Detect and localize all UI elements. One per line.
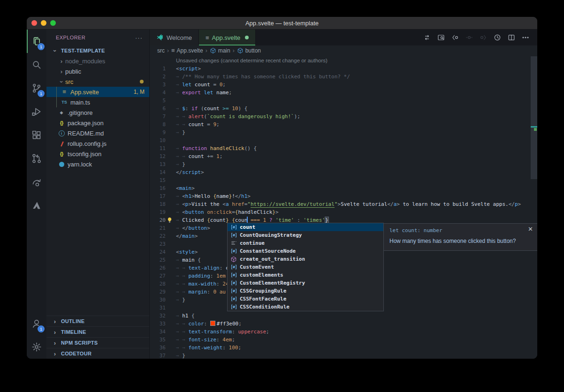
titlebar[interactable]: App.svelte — test-template [27, 17, 537, 30]
suggest-label: CSSFontFaceRule [240, 296, 286, 302]
file-history-button[interactable] [490, 30, 504, 45]
compare-changes-button[interactable] [420, 30, 434, 45]
file-public[interactable]: ›public [46, 66, 149, 76]
suggest-item-count[interactable]: count [228, 223, 383, 231]
line-number: 21 [150, 224, 166, 232]
zoom-button[interactable] [50, 20, 56, 26]
code-token: 1 [216, 153, 220, 159]
code-line[interactable]: 19→<button on:click={handleClick}> [150, 208, 531, 216]
code-token: > [247, 193, 251, 199]
suggest-item-CountQueuingStrategy[interactable]: CountQueuingStrategy [228, 231, 383, 239]
suggest-item-CSSFontFaceRule[interactable]: CSSFontFaceRule [228, 295, 383, 303]
code-area[interactable]: Unsaved changes (cannot determine recent… [150, 56, 531, 359]
scrollbar[interactable] [531, 56, 537, 359]
breadcrumb-item-main[interactable]: main [210, 47, 230, 54]
code-token: text-align [188, 265, 219, 271]
code-line[interactable]: 10 [150, 136, 531, 144]
file-rollup.config.js[interactable]: rollup.config.js [46, 138, 149, 149]
file-label: node_modules [65, 58, 105, 65]
code-line[interactable]: 9→} [150, 128, 531, 136]
close-button[interactable] [31, 20, 37, 26]
activity-github-pull-requests[interactable] [27, 147, 46, 170]
code-line[interactable]: 14</script> [150, 168, 531, 176]
suggest-item-create_out_transition[interactable]: create_out_transition [228, 255, 383, 263]
file-node_modules[interactable]: ›node_modules [46, 56, 149, 66]
suggest-item-ConstantSourceNode[interactable]: ConstantSourceNode [228, 247, 383, 255]
section-outline[interactable]: ›OUTLINE [46, 316, 149, 326]
file-src[interactable]: ›src [46, 76, 149, 87]
tab-whitespace-icon: → [176, 216, 182, 224]
activity-settings[interactable] [27, 335, 46, 359]
activity-source-control[interactable]: 1 [27, 76, 46, 100]
code-line[interactable]: 5 [150, 97, 531, 105]
code-line[interactable]: 2→/** How many times has someone clicked… [150, 73, 531, 81]
file-package.json[interactable]: {}package.json [46, 118, 149, 128]
code-line[interactable]: 32→h1 { [150, 312, 531, 320]
code-line[interactable]: 16<main> [150, 184, 531, 192]
lightbulb-icon[interactable] [167, 217, 173, 223]
section-codetour[interactable]: ›CODETOUR [46, 348, 149, 359]
code-line[interactable]: 4→export let name; [150, 89, 531, 97]
code-token: < [222, 201, 226, 207]
tab-welcome[interactable]: Welcome [150, 30, 199, 45]
section-npm-scripts[interactable]: ›NPM SCRIPTS [46, 337, 149, 348]
previous-change-button[interactable] [448, 30, 462, 45]
code-line[interactable]: 3→let count = 0; [150, 81, 531, 89]
code-line[interactable]: 1<script> [150, 65, 531, 73]
code-line[interactable]: 34→→text-transform: uppercase; [150, 328, 531, 336]
code-line[interactable]: 33→→color: #ff3e00; [150, 320, 531, 328]
activity-extensions[interactable] [27, 123, 46, 147]
file-.gitignore[interactable]: ◆.gitignore [46, 107, 149, 118]
tab-app-svelte[interactable]: ≡App.svelte [199, 30, 256, 45]
more-actions-icon[interactable]: ··· [135, 34, 143, 41]
code-line[interactable]: 37→} [150, 352, 531, 359]
split-editor-button[interactable] [504, 30, 518, 45]
chevron-down-icon: › [52, 47, 59, 54]
activity-live-share[interactable] [27, 170, 46, 194]
suggest-item-CSSGroupingRule[interactable]: CSSGroupingRule [228, 287, 383, 295]
suggest-item-customElements[interactable]: customElements [228, 271, 383, 279]
file-README.md[interactable]: iREADME.md [46, 128, 149, 138]
code-line[interactable]: 13→} [150, 160, 531, 168]
file-yarn.lock[interactable]: yarn.lock [46, 159, 149, 169]
activity-explorer[interactable]: 1 [27, 30, 46, 53]
symbol-variable-icon [230, 303, 237, 310]
code-line[interactable]: 18→<p>Visit the <a href="https://svelte.… [150, 200, 531, 208]
breadcrumb-item-src[interactable]: src [157, 47, 165, 54]
tab-whitespace-icon: → [176, 128, 182, 136]
breadcrumb-item-app-svelte[interactable]: ≡App.svelte [171, 47, 203, 54]
suggest-item-CustomEvent[interactable]: CustomEvent [228, 263, 383, 271]
change-button[interactable] [462, 30, 476, 45]
split-editor-icon [508, 34, 515, 41]
code-line[interactable]: 6→$: if (count >= 10) { [150, 105, 531, 113]
code-line[interactable]: 12→→count += 1; [150, 152, 531, 160]
code-line[interactable]: 15 [150, 176, 531, 184]
activity-search[interactable] [27, 53, 46, 76]
section-timeline[interactable]: ›TIMELINE [46, 326, 149, 337]
project-root-row[interactable]: ›TEST-TEMPLATE [46, 45, 149, 56]
chevron-right-icon: › [58, 58, 65, 65]
suggest-item-CSSConditionRule[interactable]: CSSConditionRule [228, 303, 383, 311]
activity-accounts[interactable]: 1 [27, 312, 46, 335]
open-preview-button[interactable] [434, 30, 448, 45]
breadcrumb-item-button[interactable]: button [237, 47, 261, 54]
code-line[interactable]: 35→→font-size: 4em; [150, 336, 531, 344]
code-line[interactable]: 7→→alert(`count is dangerously high!`); [150, 113, 531, 121]
suggest-item-CustomElementRegistry[interactable]: CustomElementRegistry [228, 279, 383, 287]
code-line[interactable]: 11→function handleClick() { [150, 144, 531, 152]
activity-azure[interactable] [27, 194, 46, 217]
code-line[interactable]: 8→→count = 9; [150, 121, 531, 128]
code-line[interactable]: 17→<h1>Hello {name}!</h1> [150, 192, 531, 200]
minimize-button[interactable] [41, 20, 46, 26]
suggest-item-continue[interactable]: continue [228, 239, 383, 247]
close-icon[interactable]: ✕ [528, 226, 533, 233]
activity-run-debug[interactable] [27, 100, 46, 123]
next-change-button[interactable] [476, 30, 490, 45]
file-tsconfig.json[interactable]: {}tsconfig.json [46, 149, 149, 159]
code-token: `count is dangerously high!` [207, 113, 294, 120]
code-line[interactable]: 36→→font-weight: 100; [150, 344, 531, 352]
scrollbar-thumb[interactable] [531, 56, 537, 179]
file-main.ts[interactable]: TSmain.ts [46, 97, 149, 107]
file-App.svelte[interactable]: ≡App.svelte1, M [46, 87, 149, 97]
more-actions-button[interactable] [518, 30, 533, 45]
